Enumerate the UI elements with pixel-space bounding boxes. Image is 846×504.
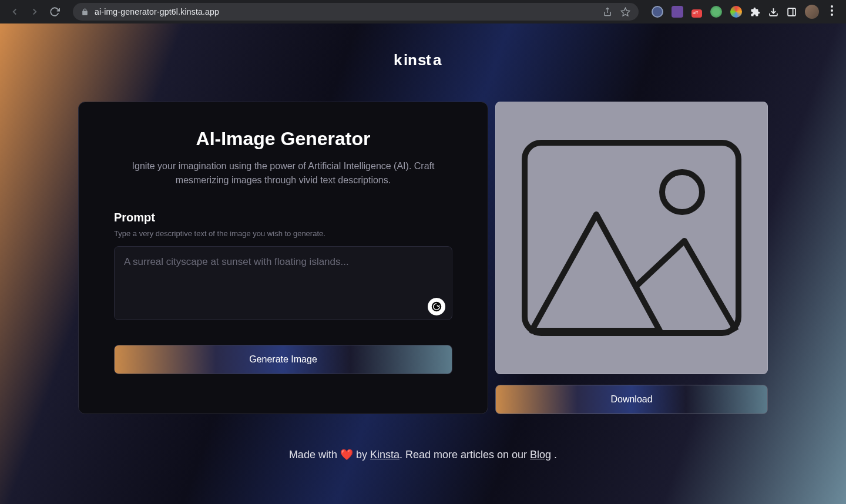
generate-button[interactable]: Generate Image	[114, 345, 452, 374]
svg-rect-3	[788, 8, 795, 16]
forward-button[interactable]	[29, 6, 40, 17]
footer-text: Made with ❤️ by Kinsta. Read more articl…	[289, 448, 557, 461]
extension-icon[interactable]	[652, 6, 663, 18]
grammarly-icon[interactable]	[428, 298, 445, 315]
lock-icon	[81, 8, 89, 16]
extension-icon[interactable]	[672, 6, 683, 18]
browser-toolbar: ai-img-generator-gpt6l.kinsta.app	[0, 0, 846, 23]
prompt-textarea[interactable]	[114, 246, 452, 320]
svg-point-6	[831, 9, 833, 12]
back-button[interactable]	[9, 6, 20, 17]
svg-point-16	[662, 172, 702, 212]
svg-point-5	[831, 5, 833, 8]
profile-avatar[interactable]	[805, 5, 819, 19]
svg-marker-1	[621, 8, 629, 15]
extension-icon[interactable]	[730, 6, 742, 18]
extension-icon[interactable]	[710, 6, 722, 18]
panel-icon[interactable]	[787, 7, 797, 17]
image-preview	[495, 102, 768, 374]
address-bar[interactable]: ai-img-generator-gpt6l.kinsta.app	[73, 3, 639, 21]
svg-rect-15	[525, 143, 738, 333]
svg-text:t: t	[426, 53, 431, 69]
svg-text:I: I	[404, 53, 408, 69]
blog-link[interactable]: Blog	[530, 449, 551, 461]
generator-form-card: AI-Image Generator Ignite your imaginati…	[78, 102, 488, 414]
share-icon[interactable]	[603, 7, 612, 16]
kinsta-link[interactable]: Kinsta	[370, 449, 400, 461]
extension-icon[interactable]	[691, 9, 702, 18]
more-menu-icon[interactable]	[827, 5, 837, 18]
card-title: AI-Image Generator	[114, 128, 452, 150]
svg-text:n: n	[408, 53, 417, 69]
kinsta-logo: K I n s t a	[394, 52, 452, 73]
svg-text:s: s	[418, 53, 426, 69]
placeholder-image-icon	[520, 138, 743, 338]
svg-point-7	[831, 14, 833, 16]
page-content: K I n s t a AI-Image Generator Ignite yo…	[0, 23, 846, 504]
card-subtitle: Ignite your imagination using the power …	[114, 159, 452, 187]
prompt-label: Prompt	[114, 211, 452, 224]
url-text: ai-img-generator-gpt6l.kinsta.app	[95, 7, 219, 16]
extensions-puzzle-icon[interactable]	[750, 7, 760, 17]
prompt-hint: Type a very descriptive text of the imag…	[114, 229, 452, 238]
downloads-icon[interactable]	[768, 7, 778, 17]
svg-text:a: a	[433, 53, 442, 69]
star-icon[interactable]	[620, 7, 630, 17]
download-button[interactable]: Download	[495, 385, 768, 414]
reload-button[interactable]	[49, 6, 60, 17]
heart-icon: ❤️	[340, 449, 353, 461]
svg-text:K: K	[394, 53, 402, 69]
